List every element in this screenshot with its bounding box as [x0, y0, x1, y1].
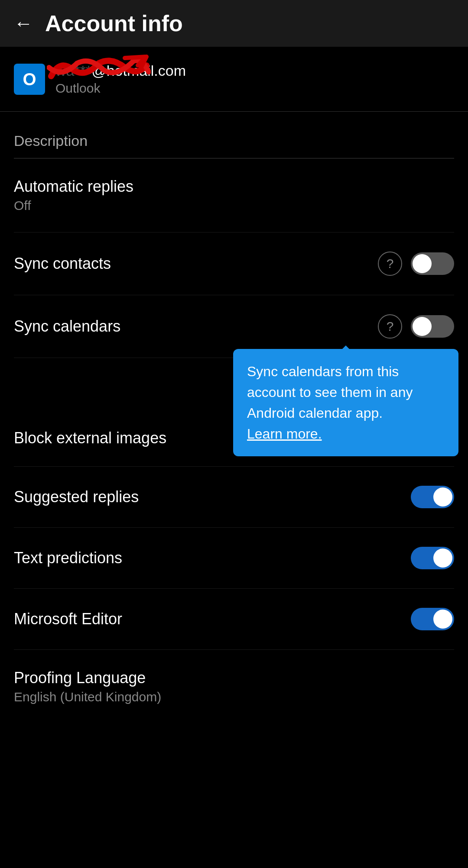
account-row: O wa*** @hotmail.com Outlook — [0, 47, 468, 112]
suggested-replies-toggle[interactable] — [411, 486, 454, 508]
account-email: wa*** @hotmail.com — [55, 62, 186, 79]
block-external-images-left: Block external images — [14, 429, 166, 447]
suggested-replies-label: Suggested replies — [14, 488, 139, 506]
sync-calendars-toggle-knob — [413, 317, 432, 336]
tooltip-learn-more-link[interactable]: Learn more. — [247, 426, 322, 442]
sync-contacts-toggle[interactable] — [411, 252, 454, 275]
microsoft-editor-left: Microsoft Editor — [14, 610, 122, 628]
microsoft-editor-item: Microsoft Editor — [14, 589, 454, 650]
text-predictions-right — [411, 547, 454, 569]
proofing-language-value: English (United Kingdom) — [14, 690, 454, 704]
microsoft-editor-label: Microsoft Editor — [14, 610, 122, 628]
sync-calendars-toggle[interactable] — [411, 315, 454, 338]
page-title: Account info — [45, 10, 183, 36]
microsoft-editor-toggle-knob — [433, 610, 452, 629]
description-label: Description — [14, 132, 454, 158]
proofing-language-section[interactable]: Proofing Language English (United Kingdo… — [0, 650, 468, 704]
sync-contacts-help-icon[interactable]: ? — [378, 252, 402, 276]
sync-calendars-right: ? Sync calendars from this account to se… — [378, 314, 454, 339]
back-button[interactable]: ← — [14, 14, 33, 33]
block-external-images-label: Block external images — [14, 429, 166, 447]
account-email-domain: @hotmail.com — [91, 62, 186, 79]
automatic-replies-sublabel: Off — [14, 198, 133, 213]
header: ← Account info — [0, 0, 468, 47]
text-predictions-label: Text predictions — [14, 549, 122, 567]
sync-calendars-help-icon[interactable]: ? — [378, 314, 402, 339]
microsoft-editor-toggle[interactable] — [411, 608, 454, 630]
suggested-replies-item: Suggested replies — [14, 467, 454, 528]
tooltip-text: Sync calendars from this account to see … — [247, 364, 413, 421]
automatic-replies-left: Automatic replies Off — [14, 177, 133, 213]
microsoft-editor-right — [411, 608, 454, 630]
sync-calendars-item: Sync calendars ? Sync calendars from thi… — [14, 295, 454, 358]
settings-list: Automatic replies Off Sync contacts ? Sy… — [0, 158, 468, 650]
text-predictions-item: Text predictions — [14, 528, 454, 589]
sync-contacts-item: Sync contacts ? — [14, 232, 454, 295]
suggested-replies-toggle-knob — [433, 487, 452, 507]
text-predictions-toggle[interactable] — [411, 547, 454, 569]
outlook-logo-svg: O — [17, 67, 42, 91]
svg-text:O: O — [23, 70, 36, 89]
text-predictions-toggle-knob — [433, 549, 452, 568]
sync-contacts-left: Sync contacts — [14, 255, 111, 273]
sync-contacts-toggle-knob — [413, 254, 432, 273]
automatic-replies-label: Automatic replies — [14, 177, 133, 196]
sync-contacts-label: Sync contacts — [14, 255, 111, 273]
sync-calendars-tooltip: Sync calendars from this account to see … — [233, 349, 458, 456]
account-type: Outlook — [55, 81, 186, 96]
sync-calendars-label: Sync calendars — [14, 317, 120, 336]
proofing-language-label: Proofing Language — [14, 669, 454, 687]
sync-contacts-right: ? — [378, 252, 454, 276]
suggested-replies-left: Suggested replies — [14, 488, 139, 506]
suggested-replies-right — [411, 486, 454, 508]
description-section: Description — [0, 112, 468, 158]
outlook-icon: O — [14, 64, 45, 95]
sync-calendars-left: Sync calendars — [14, 317, 120, 336]
automatic-replies-item[interactable]: Automatic replies Off — [14, 158, 454, 232]
text-predictions-left: Text predictions — [14, 549, 122, 567]
account-details: wa*** @hotmail.com Outlook — [55, 62, 186, 96]
